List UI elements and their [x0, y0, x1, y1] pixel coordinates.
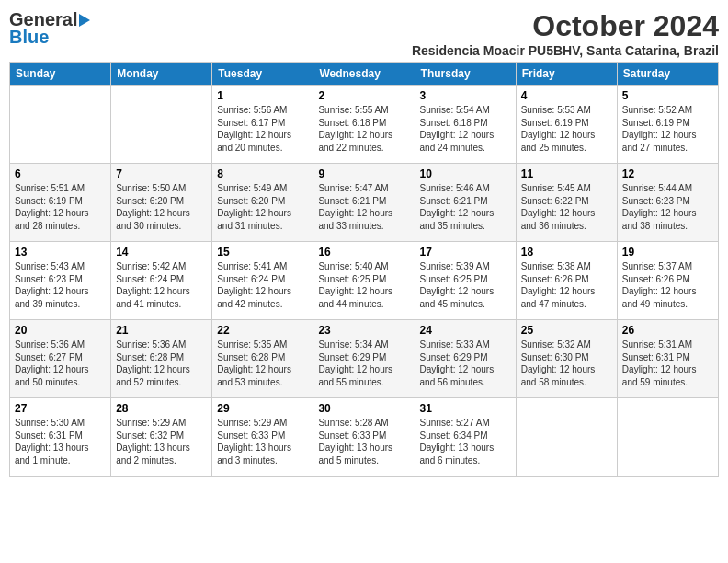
calendar-cell: 23Sunrise: 5:34 AM Sunset: 6:29 PM Dayli…	[313, 320, 415, 398]
title-block: October 2024 Residencia Moacir PU5BHV, S…	[412, 9, 719, 58]
day-number: 19	[622, 246, 713, 259]
day-info: Sunrise: 5:44 AM Sunset: 6:23 PM Dayligh…	[622, 182, 713, 232]
week-row-1: 1Sunrise: 5:56 AM Sunset: 6:17 PM Daylig…	[10, 86, 719, 164]
day-info: Sunrise: 5:40 AM Sunset: 6:25 PM Dayligh…	[318, 260, 409, 310]
day-number: 11	[521, 167, 612, 180]
calendar-cell: 7Sunrise: 5:50 AM Sunset: 6:20 PM Daylig…	[111, 164, 212, 242]
day-info: Sunrise: 5:55 AM Sunset: 6:18 PM Dayligh…	[318, 104, 409, 154]
day-info: Sunrise: 5:29 AM Sunset: 6:33 PM Dayligh…	[217, 417, 308, 466]
calendar-cell: 14Sunrise: 5:42 AM Sunset: 6:24 PM Dayli…	[111, 242, 212, 320]
day-info: Sunrise: 5:41 AM Sunset: 6:24 PM Dayligh…	[217, 260, 308, 310]
day-number: 27	[15, 402, 106, 415]
day-number: 16	[318, 246, 409, 259]
calendar-header-row: SundayMondayTuesdayWednesdayThursdayFrid…	[10, 63, 719, 86]
day-number: 30	[318, 402, 409, 415]
calendar-cell: 1Sunrise: 5:56 AM Sunset: 6:17 PM Daylig…	[212, 86, 313, 164]
day-number: 26	[622, 324, 713, 337]
calendar-cell: 20Sunrise: 5:36 AM Sunset: 6:27 PM Dayli…	[10, 320, 111, 398]
day-info: Sunrise: 5:43 AM Sunset: 6:23 PM Dayligh…	[15, 260, 106, 310]
month-title: October 2024	[412, 9, 719, 43]
day-number: 4	[521, 89, 612, 102]
calendar-cell: 15Sunrise: 5:41 AM Sunset: 6:24 PM Dayli…	[212, 242, 313, 320]
day-info: Sunrise: 5:30 AM Sunset: 6:31 PM Dayligh…	[15, 417, 106, 466]
calendar-cell: 27Sunrise: 5:30 AM Sunset: 6:31 PM Dayli…	[10, 398, 111, 477]
calendar-cell: 24Sunrise: 5:33 AM Sunset: 6:29 PM Dayli…	[415, 320, 516, 398]
day-info: Sunrise: 5:42 AM Sunset: 6:24 PM Dayligh…	[116, 260, 207, 310]
day-info: Sunrise: 5:37 AM Sunset: 6:26 PM Dayligh…	[622, 260, 713, 310]
col-header-friday: Friday	[516, 63, 617, 86]
calendar-cell: 31Sunrise: 5:27 AM Sunset: 6:34 PM Dayli…	[415, 398, 516, 477]
day-number: 14	[116, 246, 207, 259]
calendar-table: SundayMondayTuesdayWednesdayThursdayFrid…	[9, 62, 719, 477]
logo-blue: Blue	[9, 27, 49, 48]
calendar-cell: 12Sunrise: 5:44 AM Sunset: 6:23 PM Dayli…	[617, 164, 718, 242]
calendar-cell: 3Sunrise: 5:54 AM Sunset: 6:18 PM Daylig…	[415, 86, 516, 164]
day-number: 18	[521, 246, 612, 259]
calendar-cell: 21Sunrise: 5:36 AM Sunset: 6:28 PM Dayli…	[111, 320, 212, 398]
logo: General Blue	[9, 9, 90, 48]
day-info: Sunrise: 5:34 AM Sunset: 6:29 PM Dayligh…	[318, 339, 409, 388]
calendar-cell: 8Sunrise: 5:49 AM Sunset: 6:20 PM Daylig…	[212, 164, 313, 242]
week-row-4: 20Sunrise: 5:36 AM Sunset: 6:27 PM Dayli…	[10, 320, 719, 398]
day-info: Sunrise: 5:50 AM Sunset: 6:20 PM Dayligh…	[116, 182, 207, 232]
day-number: 12	[622, 167, 713, 180]
col-header-wednesday: Wednesday	[313, 63, 415, 86]
calendar-cell: 10Sunrise: 5:46 AM Sunset: 6:21 PM Dayli…	[415, 164, 516, 242]
col-header-saturday: Saturday	[617, 63, 718, 86]
day-info: Sunrise: 5:53 AM Sunset: 6:19 PM Dayligh…	[521, 104, 612, 154]
day-info: Sunrise: 5:39 AM Sunset: 6:25 PM Dayligh…	[420, 260, 511, 310]
day-info: Sunrise: 5:54 AM Sunset: 6:18 PM Dayligh…	[420, 104, 511, 154]
day-info: Sunrise: 5:33 AM Sunset: 6:29 PM Dayligh…	[420, 339, 511, 388]
calendar-cell: 17Sunrise: 5:39 AM Sunset: 6:25 PM Dayli…	[415, 242, 516, 320]
day-info: Sunrise: 5:47 AM Sunset: 6:21 PM Dayligh…	[318, 182, 409, 232]
calendar-cell	[516, 398, 617, 477]
calendar-cell: 18Sunrise: 5:38 AM Sunset: 6:26 PM Dayli…	[516, 242, 617, 320]
day-number: 2	[318, 89, 409, 102]
calendar-cell: 5Sunrise: 5:52 AM Sunset: 6:19 PM Daylig…	[617, 86, 718, 164]
day-info: Sunrise: 5:31 AM Sunset: 6:31 PM Dayligh…	[622, 339, 713, 388]
day-info: Sunrise: 5:32 AM Sunset: 6:30 PM Dayligh…	[521, 339, 612, 388]
week-row-3: 13Sunrise: 5:43 AM Sunset: 6:23 PM Dayli…	[10, 242, 719, 320]
day-number: 13	[15, 246, 106, 259]
day-number: 6	[15, 167, 106, 180]
day-number: 29	[217, 402, 308, 415]
day-info: Sunrise: 5:56 AM Sunset: 6:17 PM Dayligh…	[217, 104, 308, 154]
calendar-cell: 19Sunrise: 5:37 AM Sunset: 6:26 PM Dayli…	[617, 242, 718, 320]
day-number: 23	[318, 324, 409, 337]
logo-arrow-icon	[79, 14, 90, 27]
day-number: 10	[420, 167, 511, 180]
day-info: Sunrise: 5:45 AM Sunset: 6:22 PM Dayligh…	[521, 182, 612, 232]
day-number: 17	[420, 246, 511, 259]
calendar-cell: 9Sunrise: 5:47 AM Sunset: 6:21 PM Daylig…	[313, 164, 415, 242]
col-header-thursday: Thursday	[415, 63, 516, 86]
day-number: 31	[420, 402, 511, 415]
day-info: Sunrise: 5:51 AM Sunset: 6:19 PM Dayligh…	[15, 182, 106, 232]
day-info: Sunrise: 5:36 AM Sunset: 6:28 PM Dayligh…	[116, 339, 207, 388]
subtitle: Residencia Moacir PU5BHV, Santa Catarina…	[412, 43, 719, 58]
calendar-cell: 4Sunrise: 5:53 AM Sunset: 6:19 PM Daylig…	[516, 86, 617, 164]
page-header: General Blue October 2024 Residencia Moa…	[9, 9, 719, 58]
calendar-cell	[111, 86, 212, 164]
calendar-cell: 2Sunrise: 5:55 AM Sunset: 6:18 PM Daylig…	[313, 86, 415, 164]
calendar-cell: 16Sunrise: 5:40 AM Sunset: 6:25 PM Dayli…	[313, 242, 415, 320]
day-number: 5	[622, 89, 713, 102]
calendar-cell: 30Sunrise: 5:28 AM Sunset: 6:33 PM Dayli…	[313, 398, 415, 477]
day-number: 20	[15, 324, 106, 337]
col-header-tuesday: Tuesday	[212, 63, 313, 86]
day-number: 1	[217, 89, 308, 102]
calendar-cell: 11Sunrise: 5:45 AM Sunset: 6:22 PM Dayli…	[516, 164, 617, 242]
calendar-cell	[10, 86, 111, 164]
week-row-5: 27Sunrise: 5:30 AM Sunset: 6:31 PM Dayli…	[10, 398, 719, 477]
day-info: Sunrise: 5:35 AM Sunset: 6:28 PM Dayligh…	[217, 339, 308, 388]
calendar-cell: 13Sunrise: 5:43 AM Sunset: 6:23 PM Dayli…	[10, 242, 111, 320]
day-info: Sunrise: 5:38 AM Sunset: 6:26 PM Dayligh…	[521, 260, 612, 310]
week-row-2: 6Sunrise: 5:51 AM Sunset: 6:19 PM Daylig…	[10, 164, 719, 242]
col-header-sunday: Sunday	[10, 63, 111, 86]
day-number: 15	[217, 246, 308, 259]
day-number: 24	[420, 324, 511, 337]
day-info: Sunrise: 5:46 AM Sunset: 6:21 PM Dayligh…	[420, 182, 511, 232]
day-info: Sunrise: 5:36 AM Sunset: 6:27 PM Dayligh…	[15, 339, 106, 388]
day-info: Sunrise: 5:49 AM Sunset: 6:20 PM Dayligh…	[217, 182, 308, 232]
calendar-cell: 25Sunrise: 5:32 AM Sunset: 6:30 PM Dayli…	[516, 320, 617, 398]
calendar-cell: 29Sunrise: 5:29 AM Sunset: 6:33 PM Dayli…	[212, 398, 313, 477]
